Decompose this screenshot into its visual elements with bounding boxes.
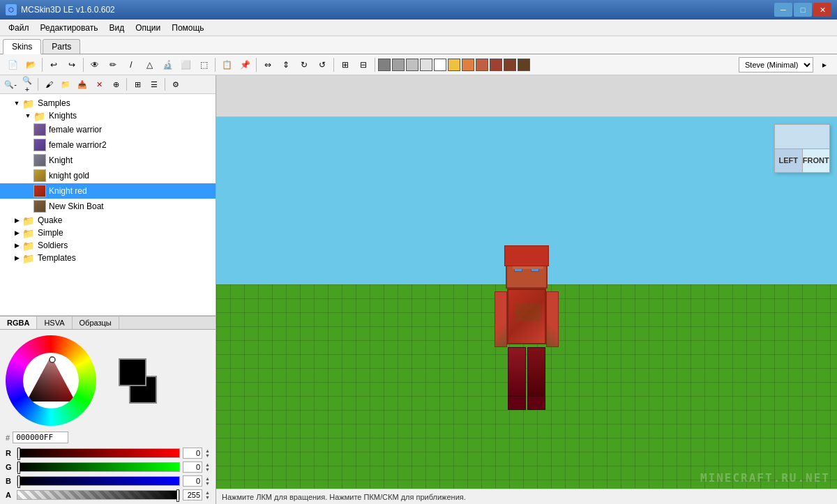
fliph-button[interactable]: ⇔ — [259, 56, 276, 73]
select-button[interactable]: ⬚ — [195, 56, 212, 73]
tree-item-female-warrior2[interactable]: female warrior2 — [0, 137, 216, 153]
toolbar-color-9[interactable] — [490, 59, 502, 71]
tree-item-templates[interactable]: ▶ 📁 Templates — [0, 252, 216, 264]
grid-button[interactable]: ⊞ — [337, 56, 354, 73]
toolbar-color-2[interactable] — [392, 59, 405, 71]
a-arrows[interactable]: ▲ ▼ — [205, 490, 210, 500]
erase-button[interactable]: ⬜ — [177, 56, 194, 73]
app-icon: ⬡ — [6, 4, 17, 15]
tree-item-female-warrior[interactable]: female warrior — [0, 122, 216, 137]
new-button[interactable]: 📄 — [4, 56, 21, 73]
redo-button[interactable]: ↪ — [63, 56, 80, 73]
a-value[interactable] — [183, 489, 202, 501]
tree-item-knight-gold[interactable]: knight gold — [0, 168, 216, 183]
menu-view[interactable]: Вид — [103, 21, 130, 35]
skin-selector[interactable]: Steve (Minimal)Alex (Minimal)Steve (Full… — [739, 56, 833, 73]
toolbar-color-1[interactable] — [378, 59, 391, 71]
tree-label-simple: Simple — [38, 228, 63, 238]
hex-label: # — [6, 434, 10, 442]
color-preview — [119, 358, 157, 404]
tree-zoom-in[interactable]: 🔍+ — [20, 77, 35, 92]
g-slider-track[interactable] — [17, 462, 180, 472]
toolbar-color-4[interactable] — [420, 59, 432, 71]
flipv-button[interactable]: ⇕ — [278, 56, 294, 73]
toolbar-color-3[interactable] — [406, 59, 418, 71]
r-value[interactable] — [183, 448, 202, 459]
r-arrows[interactable]: ▲ ▼ — [205, 448, 210, 458]
g-arrows[interactable]: ▲ ▼ — [205, 462, 210, 472]
snap-button[interactable]: ⊟ — [355, 56, 372, 73]
char-arm-left — [495, 291, 507, 347]
tree-grid-view[interactable]: ⊞ — [130, 77, 145, 92]
toolbar-color-6[interactable] — [448, 59, 460, 71]
eyedrop-button[interactable]: 🔬 — [159, 56, 176, 73]
copy-button[interactable]: 📋 — [218, 56, 235, 73]
pencil-button[interactable]: ✏ — [105, 56, 121, 73]
tree-item-knights[interactable]: ▼ 📁 Knights — [0, 109, 216, 122]
g-value[interactable] — [183, 461, 202, 473]
folder-icon-knights: 📁 — [33, 111, 46, 121]
toolbar-sep-5 — [333, 58, 334, 72]
toolbar-color-5[interactable] — [434, 59, 446, 71]
tree-zoom-out[interactable]: 🔍- — [3, 77, 18, 92]
minimize-button[interactable]: ─ — [774, 3, 792, 17]
tree-delete[interactable]: ✕ — [91, 77, 107, 92]
toolbar-color-8[interactable] — [476, 59, 488, 71]
menu-options[interactable]: Опции — [130, 21, 166, 35]
g-slider-row: G ▲ ▼ — [6, 461, 210, 473]
rotcw-button[interactable]: ↻ — [296, 56, 312, 73]
tree-new-skin[interactable]: 🖌 — [41, 77, 56, 92]
tree-item-knight-red[interactable]: Knight red — [0, 183, 216, 199]
titlebar-buttons: ─ □ ✕ — [774, 3, 831, 17]
b-slider-track[interactable] — [17, 476, 180, 486]
tree-item-knight[interactable]: Knight — [0, 153, 216, 168]
menu-help[interactable]: Помощь — [166, 21, 209, 35]
color-wheel-container[interactable] — [6, 335, 96, 426]
tree-list-view[interactable]: ☰ — [146, 77, 162, 92]
tree-import[interactable]: 📥 — [75, 77, 90, 92]
fill-button[interactable]: △ — [141, 56, 158, 73]
toolbar-color-7[interactable] — [462, 59, 474, 71]
tree-item-new-skin-boat[interactable]: New Skin Boat — [0, 199, 216, 214]
char-arm-right — [546, 291, 559, 347]
close-button[interactable]: ✕ — [813, 3, 831, 17]
tab-parts[interactable]: Parts — [43, 39, 80, 54]
viewport-3d[interactable]: LEFT FRONT — [216, 117, 837, 489]
tree-item-soldiers[interactable]: ▶ 📁 Soldiers — [0, 239, 216, 252]
tree-label-samples: Samples — [38, 98, 70, 108]
hex-input[interactable] — [13, 432, 68, 443]
line-button[interactable]: / — [123, 56, 140, 73]
undo-button[interactable]: ↩ — [45, 56, 62, 73]
toolbar-color-11[interactable] — [518, 59, 530, 71]
a-slider-track[interactable] — [17, 490, 180, 500]
menu-edit[interactable]: Редактировать — [35, 21, 104, 35]
char-body — [507, 289, 546, 344]
open-button[interactable]: 📂 — [22, 56, 39, 73]
r-slider-track[interactable] — [17, 448, 180, 458]
color-tab-samples[interactable]: Образцы — [73, 316, 119, 329]
tree-settings[interactable]: ⚙ — [168, 77, 183, 92]
b-arrows[interactable]: ▲ ▼ — [205, 476, 210, 486]
color-tab-rgba[interactable]: RGBA — [0, 316, 37, 329]
thumb-female-warrior2 — [33, 139, 46, 151]
view-button[interactable]: 👁 — [86, 56, 103, 73]
skin-selector-more[interactable]: ▸ — [816, 56, 833, 73]
fg-color[interactable] — [119, 358, 146, 386]
toolbar-color-10[interactable] — [504, 59, 516, 71]
tree-item-quake[interactable]: ▶ 📁 Quake — [0, 214, 216, 227]
b-value[interactable] — [183, 475, 202, 487]
paste-button[interactable]: 📌 — [236, 56, 253, 73]
rotccw-button[interactable]: ↺ — [314, 56, 331, 73]
color-tab-hsva[interactable]: HSVA — [37, 316, 72, 329]
skin-select-dropdown[interactable]: Steve (Minimal)Alex (Minimal)Steve (Full… — [739, 57, 813, 72]
minecraft-character — [488, 247, 565, 414]
folder-icon-quake: 📁 — [22, 215, 35, 225]
maximize-button[interactable]: □ — [794, 3, 812, 17]
tree-clone[interactable]: ⊕ — [108, 77, 123, 92]
tree-item-samples[interactable]: ▼ 📁 Samples — [0, 97, 216, 109]
tree-new-folder[interactable]: 📁 — [58, 77, 73, 92]
menu-file[interactable]: Файл — [3, 21, 35, 35]
tree-label-knight-red: Knight red — [49, 186, 87, 196]
tree-item-simple[interactable]: ▶ 📁 Simple — [0, 227, 216, 239]
tab-skins[interactable]: Skins — [3, 39, 41, 54]
